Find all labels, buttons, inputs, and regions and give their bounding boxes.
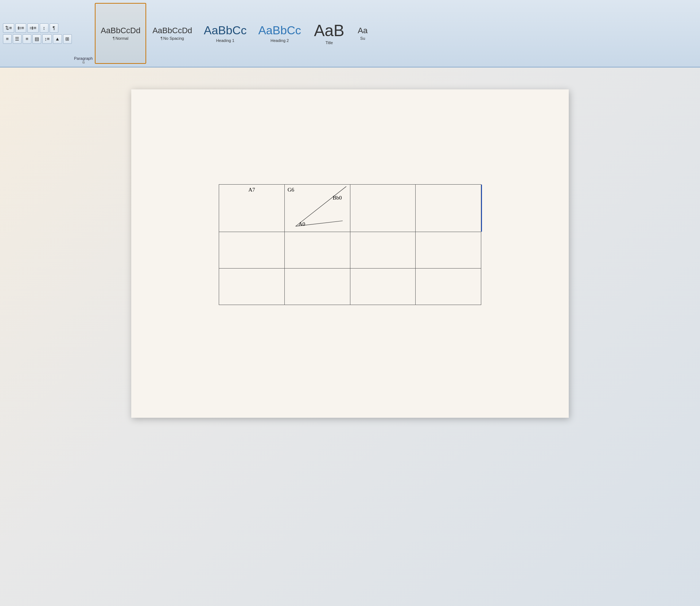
table-row bbox=[219, 232, 481, 269]
toolbar: ⇅≡ ⇇≡ ⇉≡ ↕ ¶ ≡ ☰ ≡ ▤ ↕≡ ▲ ⊞ Paragraph ⧉ … bbox=[0, 0, 700, 67]
style-title-name: Title bbox=[326, 40, 333, 45]
line-spacing[interactable]: ↕≡ bbox=[42, 34, 52, 44]
table-cell-r1c0[interactable] bbox=[219, 232, 285, 269]
style-heading2[interactable]: AaBbCc Heading 2 bbox=[253, 3, 306, 64]
style-normal[interactable]: AaBbCcDd ¶Normal bbox=[95, 3, 146, 64]
svg-line-0 bbox=[296, 186, 346, 226]
styles-gallery: AaBbCcDd ¶Normal AaBbCcDd ¶No Spacing Aa… bbox=[95, 0, 373, 67]
cell-text-g6: G6 bbox=[288, 187, 294, 193]
align-left[interactable]: ≡ bbox=[3, 34, 12, 44]
table-cell-diagonal[interactable]: G6 Bb0 A0 bbox=[284, 185, 350, 232]
align-right[interactable]: ≡ bbox=[23, 34, 31, 44]
paragraph-expand[interactable]: ⧉ bbox=[82, 61, 85, 65]
table-row bbox=[219, 269, 481, 305]
paragraph-label: Paragraph bbox=[74, 56, 93, 61]
style-normal-preview: AaBbCcDd bbox=[101, 26, 140, 35]
cell-text-ao: A0 bbox=[299, 221, 305, 227]
indent-increase[interactable]: ⇉≡ bbox=[27, 23, 39, 33]
justify[interactable]: ▤ bbox=[32, 34, 41, 44]
sort-list[interactable]: ↕ bbox=[40, 23, 48, 33]
style-heading1[interactable]: AaBbCc Heading 1 bbox=[198, 3, 252, 64]
toolbar-row-2: ≡ ☰ ≡ ▤ ↕≡ ▲ ⊞ bbox=[3, 34, 72, 44]
table-cell-r2c0[interactable] bbox=[219, 269, 285, 305]
table-row: A7 G6 Bb0 A0 bbox=[219, 185, 481, 232]
table-cell-r1c3[interactable] bbox=[416, 232, 481, 269]
style-heading2-name: Heading 2 bbox=[271, 38, 289, 43]
document-area: A7 G6 Bb0 A0 bbox=[0, 67, 700, 606]
show-formatting[interactable]: ¶ bbox=[50, 23, 58, 33]
toolbar-row-1: ⇅≡ ⇇≡ ⇉≡ ↕ ¶ bbox=[3, 23, 72, 33]
paper[interactable]: A7 G6 Bb0 A0 bbox=[131, 89, 569, 418]
table-cell-r0c2[interactable] bbox=[350, 185, 416, 232]
style-subtitle-name: Su bbox=[360, 36, 365, 40]
table-cell-r2c3[interactable] bbox=[416, 269, 481, 305]
indent-decrease[interactable]: ⇇≡ bbox=[15, 23, 27, 33]
style-normal-name: ¶Normal bbox=[113, 36, 128, 40]
cursor-line bbox=[481, 185, 482, 232]
align-center[interactable]: ☰ bbox=[13, 34, 22, 44]
word-table: A7 G6 Bb0 A0 bbox=[219, 184, 481, 305]
style-heading2-preview: AaBbCc bbox=[258, 24, 301, 37]
style-no-spacing-name: ¶No Spacing bbox=[160, 36, 184, 40]
cell-text-bbo: Bb0 bbox=[332, 195, 342, 201]
table-cell-a7[interactable]: A7 bbox=[219, 185, 285, 232]
table-cell-r1c1[interactable] bbox=[284, 232, 350, 269]
sort-btn[interactable]: ⇅≡ bbox=[3, 23, 14, 33]
table-cell-r2c2[interactable] bbox=[350, 269, 416, 305]
borders[interactable]: ⊞ bbox=[63, 34, 72, 44]
style-no-spacing-preview: AaBbCcDd bbox=[152, 26, 192, 35]
diagonal-lines-svg bbox=[285, 185, 350, 232]
toolbar-left: ⇅≡ ⇇≡ ⇉≡ ↕ ¶ ≡ ☰ ≡ ▤ ↕≡ ▲ ⊞ bbox=[3, 0, 72, 67]
style-subtitle[interactable]: Aa Su bbox=[352, 3, 374, 64]
style-title[interactable]: AaB Title bbox=[307, 3, 351, 64]
style-subtitle-preview: Aa bbox=[358, 26, 368, 35]
style-no-spacing[interactable]: AaBbCcDd ¶No Spacing bbox=[147, 3, 198, 64]
style-heading1-preview: AaBbCc bbox=[204, 24, 246, 37]
shading[interactable]: ▲ bbox=[53, 34, 62, 44]
style-title-preview: AaB bbox=[314, 22, 344, 39]
table-cell-r1c2[interactable] bbox=[350, 232, 416, 269]
table-cell-r0c3[interactable] bbox=[416, 185, 481, 232]
paragraph-section: Paragraph ⧉ bbox=[74, 0, 93, 67]
cell-text-a7: A7 bbox=[248, 187, 255, 193]
table-cell-r2c1[interactable] bbox=[284, 269, 350, 305]
style-heading1-name: Heading 1 bbox=[216, 38, 234, 43]
